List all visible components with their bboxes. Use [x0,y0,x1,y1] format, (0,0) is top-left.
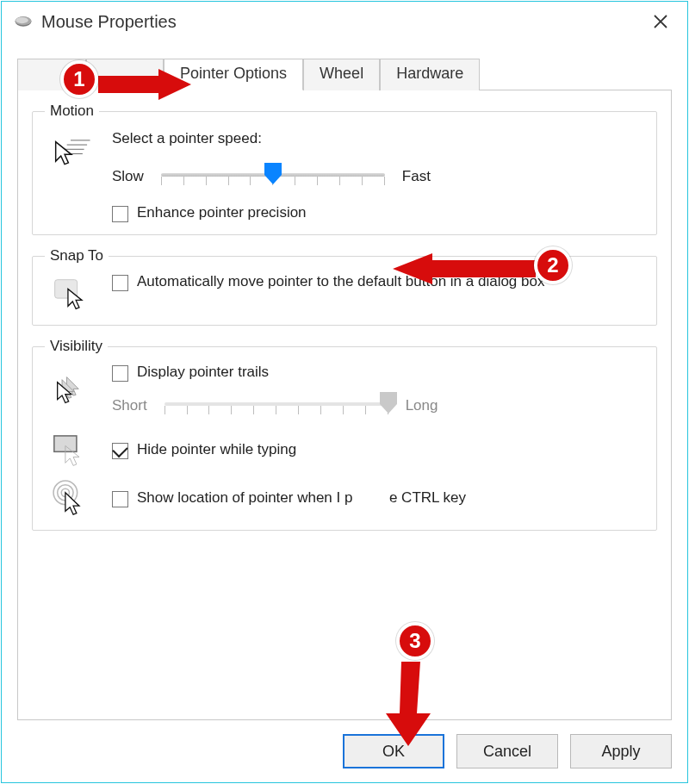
mouse-icon [14,15,33,28]
cancel-button[interactable]: Cancel [456,734,558,768]
tab-hardware[interactable]: Hardware [380,59,480,90]
ctrl-locate-label-pre: Show location of pointer when I p [137,489,352,506]
window-title: Mouse Properties [41,12,641,32]
snapto-icon [45,273,96,313]
enhance-precision-checkbox[interactable] [112,206,128,222]
fast-label: Fast [402,168,431,185]
pointer-speed-slider[interactable] [161,161,385,192]
annotation-arrow-2 [389,252,536,286]
motion-icon [45,128,96,173]
hide-typing-icon [45,430,96,470]
svg-marker-15 [386,662,431,746]
enhance-precision-label: Enhance pointer precision [137,204,307,221]
hide-typing-checkbox[interactable] [112,443,128,459]
annotation-badge-2: 2 [534,246,572,284]
snapto-checkbox[interactable] [112,275,128,291]
svg-point-2 [16,17,28,23]
trails-short-label: Short [112,397,147,414]
visibility-legend: Visibility [45,338,108,355]
hide-typing-label: Hide pointer while typing [137,441,296,458]
trails-long-label: Long [406,397,438,414]
motion-legend: Motion [45,103,99,120]
close-button[interactable] [641,2,680,41]
trails-checkbox[interactable] [112,365,128,382]
apply-button[interactable]: Apply [570,734,672,768]
snapto-legend: Snap To [45,247,109,264]
visibility-group: Visibility [32,338,657,531]
trails-icon [45,373,96,413]
tab-wheel[interactable]: Wheel [303,59,380,90]
motion-group: Motion Select a pointer speed: [32,103,657,235]
ctrl-locate-checkbox[interactable] [112,491,128,507]
tab-panel: Motion Select a pointer speed: [17,90,672,720]
ctrl-locate-label: Show location of pointer when I pxxxxxe … [137,489,466,507]
annotation-badge-1: 1 [60,60,98,98]
svg-marker-13 [98,69,191,100]
close-icon [653,14,668,29]
mouse-properties-dialog: Mouse Properties Butto oi… Pointer Optio… [1,1,688,783]
titlebar: Mouse Properties [2,2,687,41]
annotation-arrow-1 [98,67,193,102]
trails-slider [164,390,388,421]
slow-label: Slow [112,168,144,185]
motion-caption: Select a pointer speed: [112,130,644,147]
trails-label: Display pointer trails [137,364,269,381]
annotation-badge-3: 3 [396,622,434,660]
annotation-arrow-3 [381,662,432,748]
ctrl-locate-icon [45,478,96,518]
svg-marker-14 [393,253,536,284]
ctrl-locate-label-post: e CTRL key [389,489,466,506]
